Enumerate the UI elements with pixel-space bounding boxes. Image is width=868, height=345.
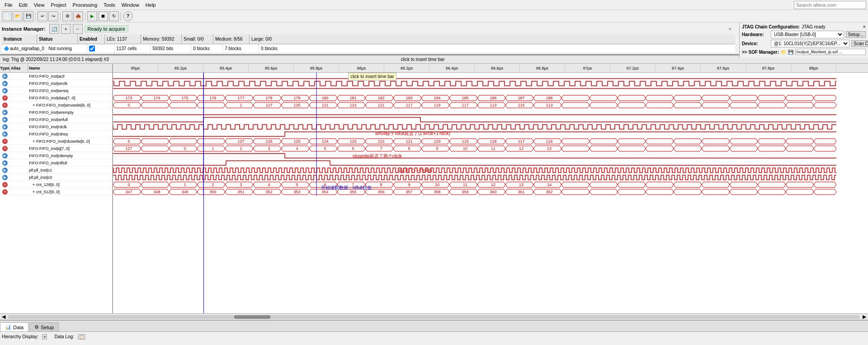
sh-name: Name <box>28 64 112 72</box>
sep1 <box>35 12 36 21</box>
new-btn[interactable]: 📄 <box>2 11 12 21</box>
time-label-8: 66.6µs <box>475 64 520 72</box>
signal-icon-0: ▶ <box>2 74 8 79</box>
signal-row[interactable]: ▶ FIFO:FIFO_inst|rdfull <box>0 159 112 167</box>
signal-row[interactable]: ▶ FIFO:FIFO_inst|wrfull <box>0 116 112 123</box>
sh-type: Type <box>0 64 10 72</box>
device-dropdown[interactable]: @1: 10CL016(Y|Z)/EP3C16/EP... <box>771 40 849 47</box>
tab-data[interactable]: 📊 Data <box>0 322 28 331</box>
hierarchy-close[interactable]: × <box>42 334 47 340</box>
sep4 <box>121 12 121 21</box>
menu-view[interactable]: View <box>31 1 47 9</box>
add-inst-btn[interactable]: + <box>61 24 71 34</box>
scroll-right-btn[interactable]: ▶ <box>861 314 868 320</box>
inst-status: Not running <box>47 44 87 53</box>
menu-tools[interactable]: Tools <box>101 1 118 9</box>
time-label-1: 65.2µs <box>158 64 203 72</box>
col-instance: Instance <box>2 34 37 44</box>
signal-row[interactable]: ▶ FIFO:FIFO_inst|wrreq <box>0 87 112 94</box>
signal-row[interactable]: ≡ + FIFO:FIFO_inst|rdusedw[6..0] <box>0 138 112 145</box>
instance-close[interactable]: × <box>725 26 735 32</box>
col-small: Small: 0/0 <box>182 34 213 44</box>
signal-row[interactable]: ▶ FIFO:FIFO_inst|rdclk <box>0 123 112 131</box>
col-mem: Memory: 59392 <box>141 34 182 44</box>
sr-type-8: ▶ <box>0 131 10 137</box>
sr-name-13: pll:pll_inst|c1 <box>28 168 112 172</box>
time-label-6: 66.2µs <box>384 64 429 72</box>
scroll-left-btn[interactable]: ◀ <box>0 314 7 320</box>
search-input[interactable] <box>794 1 866 9</box>
sof-prog-icon: 💾 <box>788 50 793 55</box>
sr-type-2: ▶ <box>0 88 10 93</box>
signal-row[interactable]: ▶ FIFO:FIFO_inst|rdempty <box>0 152 112 159</box>
redo-btn[interactable]: ↪ <box>48 11 58 21</box>
config-btn[interactable]: ⚙ <box>62 11 72 21</box>
save-btn[interactable]: 💾 <box>24 11 33 21</box>
signal-row[interactable]: ≡ FIFO:FIFO_inst|q[7..0] <box>0 145 112 152</box>
run-btn[interactable]: ▶ <box>87 11 97 21</box>
signal-row[interactable]: ▶ pll:pll_inst|c0 <box>0 174 112 181</box>
hierarchy-label: Hierarchy Display: <box>2 334 38 339</box>
signal-row[interactable]: ▶ FIFO:FIFO_inst|wrempty <box>0 109 112 116</box>
sr-type-0: ▶ <box>0 74 10 79</box>
signal-row[interactable]: ≡ + cnt_512[9..0] <box>0 188 112 196</box>
inst-large: 0 blocks <box>259 44 291 53</box>
toolbar: 📄 📂 💾 ↩ ↪ ⚙ 📥 ▶ ⏹ ↻ ? <box>0 10 868 23</box>
sr-type-11: ▶ <box>0 153 10 159</box>
menu-edit[interactable]: Edit <box>16 1 30 9</box>
jtag-close[interactable]: × <box>863 24 866 29</box>
bottom-tabs: 📊 Data ⚙ Setup <box>0 320 868 331</box>
data-log-icon[interactable]: 📋 <box>78 334 85 340</box>
stop-btn[interactable]: ⏹ <box>98 11 108 21</box>
col-medium: Medium: 8/56 <box>213 34 250 44</box>
signal-icon-5: ▶ <box>2 110 8 115</box>
signal-row[interactable]: ≡ + FIFO:FIFO_inst|wrusedw[6..0] <box>0 102 112 109</box>
inst-name: 🔷 auto_signaltap_0 <box>2 44 47 53</box>
signal-header: Type Alias Name <box>0 64 112 73</box>
log-text: log: Trig @ 2022/09/22 11:24:00 (0:0:0.1… <box>3 57 109 62</box>
sof-path-input[interactable] <box>795 49 866 55</box>
signal-row[interactable]: ▶ FIFO:FIFO_inst|wrclk <box>0 80 112 87</box>
instance-row[interactable]: 🔷 auto_signaltap_0 Not running 1137 cell… <box>2 44 735 53</box>
click-insert-label[interactable]: click to insert time bar <box>401 57 445 62</box>
del-inst-btn[interactable]: − <box>73 24 83 34</box>
inst-enabled-check[interactable] <box>89 46 95 51</box>
signal-row[interactable]: ▶ FIFO:FIFO_inst|rdreq <box>0 131 112 138</box>
menu-project[interactable]: Project <box>48 1 69 9</box>
signal-icon-6: ▶ <box>2 117 8 122</box>
menu-processing[interactable]: Processing <box>70 1 100 9</box>
sep2 <box>60 12 61 21</box>
scroll-track[interactable] <box>8 315 860 319</box>
hscrollbar[interactable]: ◀ ▶ <box>0 313 868 320</box>
hardware-dropdown[interactable]: USB-Blaster [USB-0] <box>771 31 844 38</box>
setup-button[interactable]: Setup... <box>846 31 866 38</box>
scroll-thumb[interactable] <box>234 315 270 319</box>
jtag-device-row: Device: @1: 10CL016(Y|Z)/EP3C16/EP... Sc… <box>742 40 866 47</box>
help-btn[interactable]: ? <box>123 11 133 21</box>
tab-data-label: Data <box>13 325 24 330</box>
jtag-sof-label: >> SOF Manager: <box>742 50 779 55</box>
menu-file[interactable]: File <box>2 1 15 9</box>
signal-icon-11: ▶ <box>2 153 8 159</box>
inst-les: 1137 cells <box>114 44 151 53</box>
tab-setup[interactable]: ⚙ Setup <box>29 322 59 331</box>
import-btn[interactable]: 📥 <box>73 11 83 21</box>
signal-row[interactable]: ≡ FIFO:FIFO_inst|data[7..0] <box>0 94 112 102</box>
signal-row[interactable]: ▶ pll:pll_inst|c1 <box>0 167 112 174</box>
single-btn[interactable]: ↻ <box>109 11 119 21</box>
menu-help[interactable]: Help <box>143 1 159 9</box>
open-btn[interactable]: 📂 <box>13 11 23 21</box>
signal-row[interactable]: ≡ + cnt_128[6..0] <box>0 181 112 188</box>
sr-type-5: ▶ <box>0 110 10 115</box>
refresh-btn[interactable]: 🔄 <box>49 24 59 34</box>
sr-name-14: pll:pll_inst|c0 <box>28 175 112 180</box>
time-tooltip: click to insert time bar <box>348 73 396 80</box>
scan-chain-button[interactable]: Scan Chain <box>851 40 868 47</box>
menu-window[interactable]: Window <box>119 1 142 9</box>
signal-row[interactable]: ▶ FIFO:FIFO_inst|aclr <box>0 73 112 80</box>
undo-btn[interactable]: ↩ <box>38 11 47 21</box>
sr-name-8: FIFO:FIFO_inst|rdreq <box>28 132 112 136</box>
wave-display[interactable]: 65µs65.2µs65.4µs65.6µs65.8µs66µs66.2µs66… <box>113 64 868 313</box>
sr-type-14: ▶ <box>0 175 10 180</box>
signal-icon-10: ≡ <box>2 146 8 151</box>
